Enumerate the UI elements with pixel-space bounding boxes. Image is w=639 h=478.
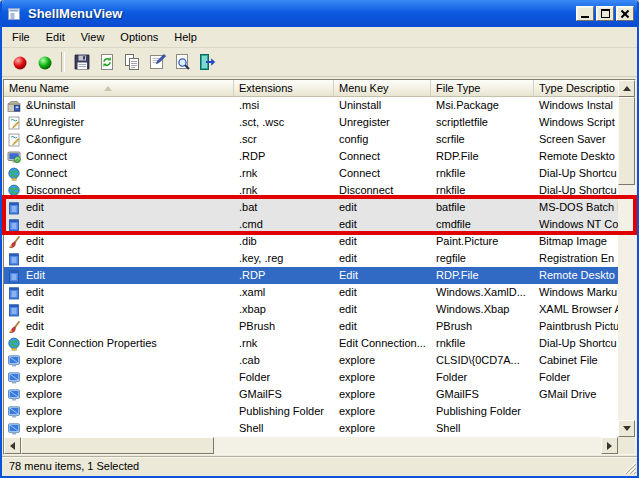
horizontal-scrollbar[interactable]: [4, 437, 618, 454]
column-header-type-descriptio[interactable]: Type Descriptio: [534, 80, 618, 97]
table-row[interactable]: &Unregister.sct, .wscUnregisterscriptlet…: [4, 114, 618, 131]
menu-edit[interactable]: Edit: [38, 29, 73, 45]
table-row[interactable]: editPBrusheditPBrushPaintbrush Pictu: [4, 318, 618, 335]
script-icon: [7, 133, 22, 147]
table-row[interactable]: edit.bateditbatfileMS-DOS Batch F: [4, 199, 618, 216]
cell-type_description: GMail Drive: [534, 386, 618, 403]
cell-extensions: .rnk: [234, 335, 334, 352]
cell-type_description: Registration En: [534, 250, 618, 267]
title-bar[interactable]: ShellMenuView: [2, 0, 637, 27]
cell-type_description: Dial-Up Shortcu: [534, 335, 618, 352]
cell-extensions: .msi: [234, 97, 334, 114]
maximize-button[interactable]: [596, 6, 614, 21]
cell-extensions: .key, .reg: [234, 250, 334, 267]
menu-name-text: explore: [26, 386, 62, 403]
table-row[interactable]: explore.cabexploreCLSID\{0CD7A...Cabinet…: [4, 352, 618, 369]
cell-extensions: Shell: [234, 420, 334, 437]
close-button[interactable]: [616, 6, 634, 21]
arrow-up-icon: [623, 86, 631, 91]
table-row[interactable]: edit.dibeditPaint.PictureBitmap Image: [4, 233, 618, 250]
cell-menu_name: explore: [4, 420, 234, 437]
table-row[interactable]: explorePublishing FolderexplorePublishin…: [4, 403, 618, 420]
menu-options[interactable]: Options: [112, 29, 166, 45]
menu-name-text: explore: [26, 403, 62, 420]
column-header-menu-key[interactable]: Menu Key: [334, 80, 431, 97]
disable-selected-items-button[interactable]: [7, 50, 32, 74]
toolbar: [2, 48, 637, 77]
maximize-icon: [601, 9, 610, 18]
sort-ascending-icon: [104, 86, 112, 91]
resize-grip[interactable]: [623, 461, 636, 474]
horizontal-scroll-thumb[interactable]: [21, 437, 214, 454]
table-row[interactable]: edit.cmdeditcmdfileWindows NT Co: [4, 216, 618, 233]
table-row[interactable]: Disconnect.rnkDisconnectrnkfileDial-Up S…: [4, 182, 618, 199]
cell-menu_key: edit: [334, 216, 431, 233]
scroll-down-button[interactable]: [618, 420, 635, 437]
table-row[interactable]: edit.xamleditWindows.XamlD...Windows Mar…: [4, 284, 618, 301]
table-row[interactable]: exploreFolderexploreFolderFolder: [4, 369, 618, 386]
table-row[interactable]: Connect.RDPConnectRDP.FileRemote Deskto: [4, 148, 618, 165]
table-row[interactable]: Edit.RDPEditRDP.FileRemote Deskto: [4, 267, 618, 284]
menu-name-text: Edit Connection Properties: [26, 335, 157, 352]
cell-file_type: scriptletfile: [431, 114, 534, 131]
scrollbar-corner: [618, 437, 635, 454]
cell-menu_name: Disconnect: [4, 182, 234, 199]
cell-file_type: Windows.Xbap: [431, 301, 534, 318]
vertical-scrollbar[interactable]: [618, 80, 635, 437]
column-header-extensions[interactable]: Extensions: [234, 80, 334, 97]
table-row[interactable]: exploreShellexploreShell: [4, 420, 618, 437]
table-row[interactable]: exploreGMailFSexploreGMailFSGMail Drive: [4, 386, 618, 403]
refresh-button[interactable]: [94, 50, 119, 74]
cell-extensions: .bat: [234, 199, 334, 216]
cell-menu_name: explore: [4, 369, 234, 386]
table-row[interactable]: edit.xbapeditWindows.XbapXAML Browser A: [4, 301, 618, 318]
column-header-file-type[interactable]: File Type: [431, 80, 534, 97]
cell-type_description: Windows NT Co: [534, 216, 618, 233]
copy-selected-items-button[interactable]: [119, 50, 144, 74]
find-button[interactable]: [169, 50, 194, 74]
cell-type_description: Remote Deskto: [534, 267, 618, 284]
menu-bar: FileEditViewOptionsHelp: [2, 27, 637, 48]
table-row[interactable]: C&onfigure.scrconfigscrfileScreen Saver: [4, 131, 618, 148]
cell-extensions: .RDP: [234, 267, 334, 284]
cell-menu_name: edit: [4, 199, 234, 216]
properties-button[interactable]: [144, 50, 169, 74]
cell-menu_key: explore: [334, 352, 431, 369]
menu-name-text: edit: [26, 284, 44, 301]
cell-file_type: Folder: [431, 369, 534, 386]
notepad-icon: [7, 218, 22, 232]
menu-view[interactable]: View: [73, 29, 113, 45]
table-row[interactable]: Edit Connection Properties.rnkEdit Conne…: [4, 335, 618, 352]
cell-menu_key: explore: [334, 420, 431, 437]
menu-file[interactable]: File: [4, 29, 38, 45]
notepad-icon: [7, 269, 22, 283]
save-selected-items-button[interactable]: [69, 50, 94, 74]
notepad-icon: [7, 201, 22, 215]
vertical-scroll-thumb[interactable]: [618, 97, 635, 185]
menu-help[interactable]: Help: [166, 29, 205, 45]
cell-menu_key: explore: [334, 369, 431, 386]
table-row[interactable]: edit.key, .regeditregfileRegistration En: [4, 250, 618, 267]
menu-name-text: explore: [26, 420, 62, 437]
properties-icon: [147, 52, 167, 72]
exit-button[interactable]: [194, 50, 219, 74]
scroll-left-button[interactable]: [4, 437, 21, 454]
scroll-right-button[interactable]: [601, 437, 618, 454]
cell-menu_key: edit: [334, 301, 431, 318]
enable-selected-items-button[interactable]: [32, 50, 57, 74]
cell-menu_name: edit: [4, 233, 234, 250]
column-header-menu-name[interactable]: Menu Name: [4, 80, 234, 97]
table-row[interactable]: Connect.rnkConnectrnkfileDial-Up Shortcu: [4, 165, 618, 182]
table-row[interactable]: &Uninstall.msiUninstallMsi.PackageWindow…: [4, 97, 618, 114]
arrow-left-icon: [10, 442, 15, 450]
cell-file_type: Publishing Folder: [431, 403, 534, 420]
scroll-up-button[interactable]: [618, 80, 635, 97]
cell-extensions: .rnk: [234, 165, 334, 182]
minimize-button[interactable]: [576, 6, 594, 21]
cell-type_description: Paintbrush Pictu: [534, 318, 618, 335]
globe-icon: [7, 337, 22, 351]
cell-extensions: .RDP: [234, 148, 334, 165]
red-ball-icon: [10, 52, 30, 72]
explorer-icon: [7, 354, 22, 368]
cell-file_type: RDP.File: [431, 148, 534, 165]
